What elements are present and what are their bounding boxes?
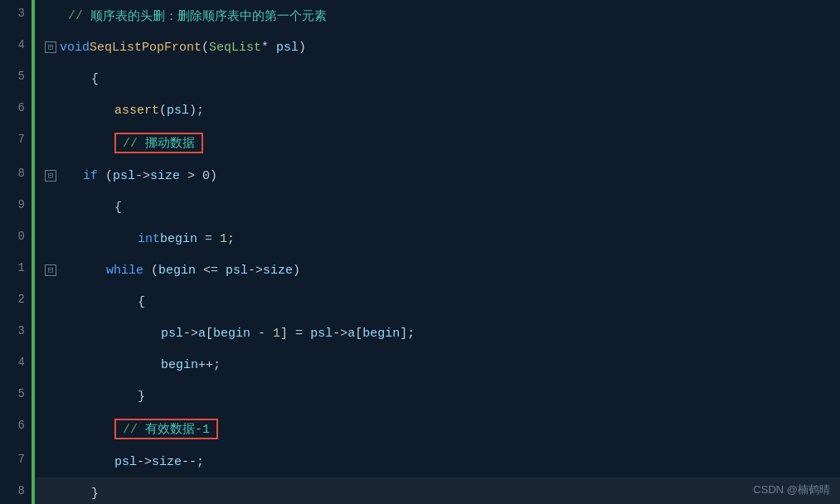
line-number: 8	[0, 477, 32, 504]
code-content: ⊟void SeqListPopFront(SeqList* psl)	[35, 32, 840, 63]
code-content: {	[35, 191, 840, 223]
line-number: 6	[0, 412, 32, 446]
code-line: 5}	[0, 380, 840, 412]
line-number: 7	[0, 446, 32, 477]
code-content: ⊟while (begin <= psl->size)	[35, 254, 840, 286]
code-line: 1⊟while (begin <= psl->size)	[0, 254, 840, 286]
line-number: 4	[0, 349, 32, 380]
code-line: 7psl->size--;	[0, 446, 840, 477]
line-number: 0	[0, 223, 32, 254]
code-line: 7// 挪动数据	[0, 126, 840, 160]
line-number: 1	[0, 254, 32, 286]
code-line: 4⊟void SeqListPopFront(SeqList* psl)	[0, 32, 840, 63]
code-content: psl->size--;	[35, 446, 840, 477]
code-line: 8}	[0, 477, 840, 504]
line-number: 3	[0, 317, 32, 349]
line-number: 8	[0, 160, 32, 191]
code-container: 3// 顺序表的头删：删除顺序表中的第一个元素4⊟void SeqListPop…	[0, 0, 840, 504]
line-number: 4	[0, 32, 32, 63]
watermark: CSDN @楠鹤晴	[753, 482, 830, 497]
line-number: 5	[0, 380, 32, 412]
line-number: 7	[0, 126, 32, 160]
code-line: 0int begin = 1;	[0, 223, 840, 254]
line-number: 5	[0, 63, 32, 94]
code-line: 2{	[0, 286, 840, 317]
code-content: {	[35, 286, 840, 317]
code-content: }	[35, 477, 840, 504]
code-content: // 挪动数据	[35, 126, 840, 160]
line-number: 9	[0, 191, 32, 223]
line-number: 2	[0, 286, 32, 317]
code-content: ⊟if (psl->size > 0)	[35, 160, 840, 191]
code-content: {	[35, 63, 840, 94]
code-line: 3// 顺序表的头删：删除顺序表中的第一个元素	[0, 0, 840, 32]
code-content: psl->a[begin - 1] = psl->a[begin];	[35, 317, 840, 349]
code-content: // 有效数据-1	[35, 412, 840, 446]
code-line: 6// 有效数据-1	[0, 412, 840, 446]
code-content: int begin = 1;	[35, 223, 840, 254]
code-content: // 顺序表的头删：删除顺序表中的第一个元素	[35, 0, 840, 32]
code-content: }	[35, 380, 840, 412]
code-line: 9{	[0, 191, 840, 223]
code-line: 5{	[0, 63, 840, 94]
code-content: begin++;	[35, 349, 840, 380]
code-line: 4begin++;	[0, 349, 840, 380]
code-content: assert(psl);	[35, 94, 840, 126]
code-line: 3psl->a[begin - 1] = psl->a[begin];	[0, 317, 840, 349]
line-number: 3	[0, 0, 32, 32]
code-line: 6assert(psl);	[0, 94, 840, 126]
line-number: 6	[0, 94, 32, 126]
code-line: 8⊟if (psl->size > 0)	[0, 160, 840, 191]
